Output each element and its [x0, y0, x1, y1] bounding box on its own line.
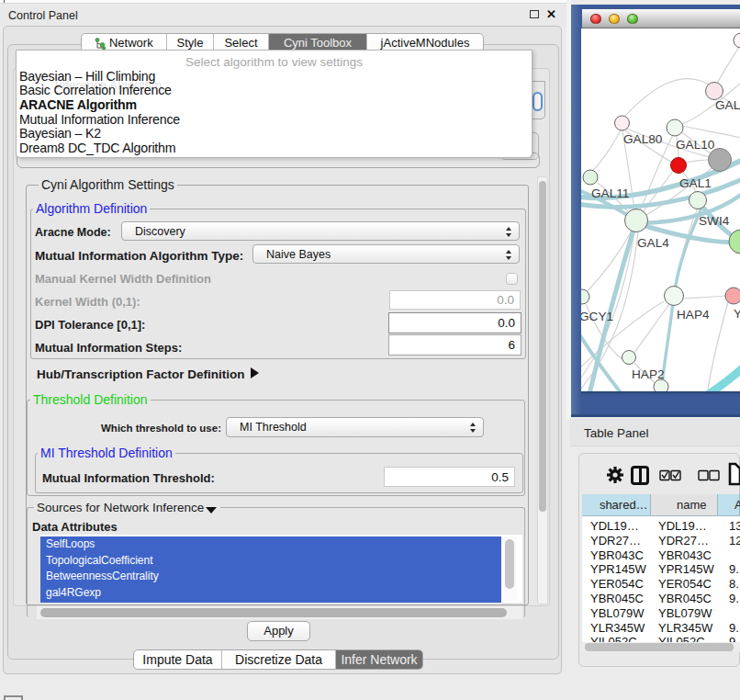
svg-text:SWI4: SWI4 — [699, 214, 730, 228]
svg-text:GAL7: GAL7 — [715, 98, 740, 112]
svg-text:HAP2: HAP2 — [632, 367, 665, 381]
svg-text:Y: Y — [734, 307, 740, 321]
svg-text:GCY1: GCY1 — [581, 310, 613, 323]
svg-text:GAL80: GAL80 — [623, 132, 663, 146]
svg-text:GAL11: GAL11 — [591, 186, 629, 200]
svg-text:GAL10: GAL10 — [676, 138, 715, 152]
svg-text:GAL4: GAL4 — [637, 236, 669, 250]
svg-text:HAP4: HAP4 — [677, 308, 710, 322]
svg-text:GAL1: GAL1 — [679, 176, 712, 190]
